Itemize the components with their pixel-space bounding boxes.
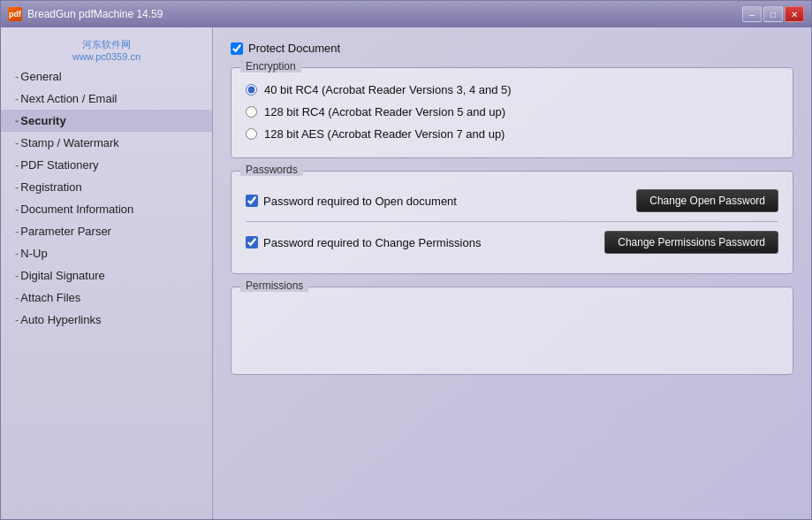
- app-icon: pdf: [8, 7, 22, 21]
- permissions-password-checkbox[interactable]: [246, 236, 258, 249]
- open-password-check-area: Password required to Open document: [246, 195, 457, 208]
- window-controls: – □ ✕: [742, 6, 804, 22]
- encryption-group: Encryption 40 bit RC4 (Acrobat Reader Ve…: [231, 67, 793, 158]
- change-open-password-button[interactable]: Change Open Password: [636, 189, 778, 212]
- passwords-group: Passwords Password required to Open docu…: [231, 171, 793, 274]
- protect-document-label[interactable]: Protect Document: [248, 42, 340, 55]
- open-password-label[interactable]: Password required to Open document: [263, 195, 457, 208]
- encryption-option-aes-128: 128 bit AES (Acrobat Reader Version 7 an…: [246, 123, 778, 145]
- content-area: 河东软件网 www.pc0359.cn General Next Action …: [1, 27, 811, 519]
- sidebar-item-security[interactable]: Security: [1, 110, 212, 132]
- change-permissions-password-button[interactable]: Change Permissions Password: [604, 231, 778, 254]
- passwords-group-title: Passwords: [240, 164, 303, 176]
- window-title: BreadGun pdfMachine 14.59: [27, 8, 163, 20]
- protect-document-row: Protect Document: [231, 42, 793, 55]
- sidebar-item-stamp-watermark[interactable]: Stamp / Watermark: [1, 132, 212, 154]
- sidebar-item-parameter-parser[interactable]: Parameter Parser: [1, 220, 212, 242]
- sidebar-item-n-up[interactable]: N-Up: [1, 242, 212, 264]
- sidebar-item-digital-signature[interactable]: Digital Signature: [1, 264, 212, 287]
- sidebar: 河东软件网 www.pc0359.cn General Next Action …: [1, 27, 213, 519]
- permissions-group-title: Permissions: [240, 279, 308, 292]
- encryption-radio-rc4-128[interactable]: [246, 106, 257, 118]
- sidebar-item-auto-hyperlinks[interactable]: Auto Hyperlinks: [1, 309, 212, 331]
- encryption-option-rc4-40: 40 bit RC4 (Acrobat Reader Versions 3, 4…: [246, 79, 778, 101]
- permissions-password-check-area: Password required to Change Permissions: [246, 236, 481, 249]
- maximize-button[interactable]: □: [763, 6, 783, 22]
- open-password-checkbox[interactable]: [246, 195, 258, 207]
- encryption-label-aes-128[interactable]: 128 bit AES (Acrobat Reader Version 7 an…: [264, 127, 505, 141]
- sidebar-item-attach-files[interactable]: Attach Files: [1, 287, 212, 309]
- encryption-group-title: Encryption: [240, 60, 301, 73]
- encryption-radio-aes-128[interactable]: [246, 128, 257, 140]
- sidebar-item-pdf-stationery[interactable]: PDF Stationery: [1, 154, 212, 176]
- watermark-line1: 河东软件网: [4, 38, 209, 51]
- watermark-line2: www.pc0359.cn: [4, 51, 209, 62]
- close-button[interactable]: ✕: [785, 6, 804, 22]
- encryption-label-rc4-40[interactable]: 40 bit RC4 (Acrobat Reader Versions 3, 4…: [264, 83, 512, 96]
- main-window: pdf BreadGun pdfMachine 14.59 – □ ✕ 河东软件…: [0, 0, 812, 520]
- encryption-label-rc4-128[interactable]: 128 bit RC4 (Acrobat Reader Version 5 an…: [264, 105, 505, 119]
- permissions-password-row: Password required to Change Permissions …: [246, 224, 778, 261]
- protect-document-checkbox[interactable]: [231, 42, 243, 55]
- open-password-row: Password required to Open document Chang…: [246, 182, 778, 219]
- sidebar-item-document-information[interactable]: Document Information: [1, 198, 212, 220]
- sidebar-item-general[interactable]: General: [1, 65, 212, 88]
- permissions-group: Permissions: [231, 287, 793, 375]
- sidebar-item-registration[interactable]: Registration: [1, 176, 212, 198]
- password-divider: [246, 221, 778, 222]
- main-panel: Protect Document Encryption 40 bit RC4 (…: [213, 27, 811, 519]
- minimize-button[interactable]: –: [742, 6, 762, 22]
- encryption-option-rc4-128: 128 bit RC4 (Acrobat Reader Version 5 an…: [246, 101, 778, 123]
- encryption-radio-rc4-40[interactable]: [246, 84, 257, 96]
- permissions-password-label[interactable]: Password required to Change Permissions: [263, 236, 481, 249]
- sidebar-item-next-action-email[interactable]: Next Action / Email: [1, 88, 212, 110]
- title-bar: pdf BreadGun pdfMachine 14.59 – □ ✕: [1, 1, 811, 27]
- title-bar-left: pdf BreadGun pdfMachine 14.59: [8, 7, 163, 21]
